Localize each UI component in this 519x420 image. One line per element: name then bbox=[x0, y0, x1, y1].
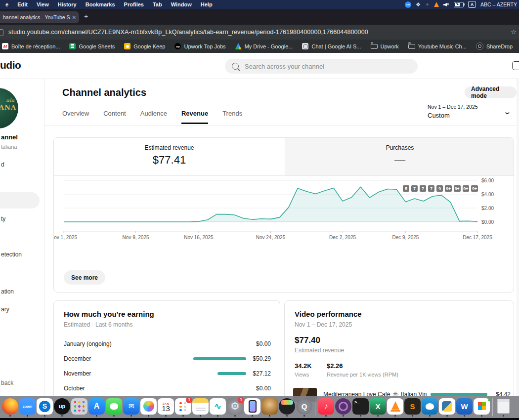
create-icon[interactable] bbox=[512, 61, 519, 70]
dock-zoom[interactable]: zoom bbox=[19, 397, 36, 417]
macos-dock: zoomupA✉JAN131∿⚙1Q♪>_XSW bbox=[0, 396, 519, 418]
sidebar-item-dashboard-fragment[interactable]: d bbox=[1, 161, 4, 168]
dock-firefox[interactable] bbox=[1, 397, 19, 417]
dock-iphone-mirroring[interactable] bbox=[244, 397, 261, 417]
bookmark-chat-google-ai-s[interactable]: Chat | Google AI S... bbox=[302, 43, 361, 49]
transaction-count-badge[interactable]: 9+ bbox=[471, 185, 478, 192]
dock-documents[interactable] bbox=[495, 397, 512, 417]
bookmark-sharedrop[interactable]: ShareDrop bbox=[476, 42, 513, 50]
metric-purchases[interactable]: Purchases — bbox=[285, 138, 514, 176]
dock-microsoft-365[interactable] bbox=[473, 397, 490, 417]
app-status-icon[interactable]: ✦ bbox=[425, 1, 430, 8]
sidebar-your-channel-fragment[interactable]: annel bbox=[1, 133, 18, 141]
dock-sublime[interactable]: S bbox=[404, 397, 421, 417]
dock-cyberduck[interactable] bbox=[421, 397, 438, 417]
zoom-status-icon[interactable]: zm bbox=[405, 1, 411, 8]
transaction-count-badge[interactable]: 9+ bbox=[445, 185, 452, 192]
sidebar-item-feedback-fragment[interactable]: back bbox=[1, 379, 13, 386]
bookmark-youtube-music-ch[interactable]: Youtube Music Ch... bbox=[408, 43, 467, 49]
running-indicator bbox=[429, 415, 431, 417]
transaction-count-badge[interactable]: 9+ bbox=[463, 185, 470, 192]
dock-reminders[interactable]: 1 bbox=[174, 397, 192, 417]
sidebar-item-monetization-fragment[interactable]: ation bbox=[1, 288, 14, 295]
dock-quicktime[interactable]: Q bbox=[296, 397, 313, 417]
transaction-count-badge[interactable]: 9 bbox=[436, 185, 443, 192]
dock-final-cut[interactable] bbox=[278, 397, 296, 417]
tab-overview[interactable]: Overview bbox=[62, 110, 89, 124]
input-source-icon[interactable]: A bbox=[468, 1, 476, 8]
tab-revenue[interactable]: Revenue bbox=[181, 110, 208, 124]
menu-item-tab[interactable]: Tab bbox=[148, 1, 167, 7]
dock-tor[interactable] bbox=[335, 397, 352, 417]
scrollbar-strip[interactable] bbox=[517, 79, 519, 420]
menu-item-view[interactable]: View bbox=[32, 1, 53, 7]
dock-word[interactable]: W bbox=[456, 397, 473, 417]
dock-excel[interactable]: X bbox=[369, 397, 387, 417]
sidebar-item-content-detection-fragment[interactable]: etection bbox=[1, 251, 22, 258]
vlc-status-icon[interactable] bbox=[434, 2, 439, 7]
dock-python[interactable] bbox=[438, 397, 456, 417]
bookmark-upwork-top-jobs[interactable]: Upwork Top Jobs bbox=[174, 43, 225, 49]
dock-freeform[interactable]: ∿ bbox=[209, 397, 226, 417]
search-input[interactable] bbox=[244, 62, 394, 71]
dock-settings[interactable]: ⚙1 bbox=[226, 397, 244, 417]
zoom-icon: zoom bbox=[19, 398, 36, 415]
bookmark-star-icon[interactable]: ☆ bbox=[511, 28, 517, 36]
chevron-down-icon[interactable]: ⌄ bbox=[503, 107, 512, 116]
transaction-count-badge[interactable]: 9+ bbox=[454, 185, 461, 192]
menu-item-e[interactable]: e bbox=[1, 1, 13, 7]
date-range-selector[interactable]: Nov 1 – Dec 17, 2025 Custom bbox=[428, 104, 478, 119]
running-indicator bbox=[286, 415, 288, 417]
url-field[interactable]: studio.youtube.com/channel/UCZ7LE9NXA-m1… bbox=[8, 25, 368, 40]
menu-item-bookmarks[interactable]: Bookmarks bbox=[81, 1, 120, 7]
dock-tunnelbear[interactable] bbox=[261, 397, 278, 417]
menu-item-window[interactable]: Window bbox=[167, 1, 196, 7]
bookmark-google-keep[interactable]: Google Keep bbox=[124, 43, 165, 49]
bookmark-upwork[interactable]: Upwork bbox=[371, 43, 399, 49]
dock-launchpad[interactable] bbox=[71, 397, 88, 417]
dock-photos[interactable] bbox=[140, 397, 157, 417]
dock-vlc[interactable] bbox=[387, 397, 404, 417]
tab-close-icon[interactable]: ✕ bbox=[70, 15, 76, 20]
browser-tab[interactable]: hannel analytics - YouTube S ✕ bbox=[0, 11, 79, 23]
tab-audience[interactable]: Audience bbox=[140, 110, 167, 124]
metric-estimated-revenue[interactable]: Estimated revenue $77.41 bbox=[54, 138, 285, 176]
sidebar-item-library-fragment[interactable]: ary bbox=[1, 306, 9, 313]
dock-skype[interactable] bbox=[36, 397, 53, 417]
advanced-mode-button[interactable]: Advanced mode bbox=[465, 86, 517, 98]
tab-content[interactable]: Content bbox=[103, 110, 126, 124]
bookmark-bo-te-de-r-ception[interactable]: Boîte de réception... bbox=[2, 43, 60, 49]
bookmark-my-drive-google[interactable]: My Drive - Google... bbox=[235, 43, 293, 49]
dock-calendar[interactable]: JAN13 bbox=[157, 397, 174, 417]
menu-item-edit[interactable]: Edit bbox=[13, 1, 32, 7]
browser-navbar: studio.youtube.com/channel/UCZ7LE9NXA-m1… bbox=[0, 25, 519, 40]
dock-notes[interactable] bbox=[192, 397, 209, 417]
bookmark-google-sheets[interactable]: Google Sheets bbox=[69, 43, 115, 49]
dock-messages[interactable] bbox=[105, 397, 123, 417]
dock-upwork[interactable]: up bbox=[53, 397, 71, 417]
channel-avatar[interactable]: ala ANA bbox=[0, 88, 18, 128]
channel-search[interactable] bbox=[225, 59, 418, 74]
dock-music[interactable]: ♪ bbox=[317, 397, 335, 417]
expand-status-icon[interactable]: ❖ bbox=[416, 1, 421, 8]
sidebar-item-community-fragment[interactable]: ty bbox=[1, 215, 5, 222]
transaction-count-badge[interactable]: 7 bbox=[428, 185, 434, 192]
transaction-count-badge[interactable]: 5 bbox=[403, 185, 409, 192]
transaction-count-badge[interactable]: 7 bbox=[411, 185, 418, 192]
battery-charging-status-icon[interactable]: ↯ bbox=[454, 2, 464, 7]
tab-trends[interactable]: Trends bbox=[222, 110, 242, 124]
menu-item-history[interactable]: History bbox=[53, 1, 81, 7]
new-tab-button[interactable]: + bbox=[84, 12, 88, 20]
studio-logo[interactable]: udio bbox=[0, 59, 21, 71]
menu-item-profiles[interactable]: Profiles bbox=[120, 1, 148, 7]
dock-terminal[interactable]: >_ bbox=[352, 397, 369, 417]
see-more-button[interactable]: See more bbox=[64, 270, 105, 285]
dock-mail[interactable]: ✉ bbox=[123, 397, 140, 417]
menu-item-help[interactable]: Help bbox=[196, 1, 217, 7]
sidebar-item-analytics-selected[interactable] bbox=[0, 192, 40, 209]
transaction-count-badge[interactable]: 7 bbox=[420, 185, 426, 192]
dock-app-store[interactable]: A bbox=[88, 397, 105, 417]
site-info-icon[interactable] bbox=[0, 29, 3, 36]
earnings-value: $50.29 bbox=[253, 355, 271, 362]
volume-muted-status-icon[interactable]: ✕ bbox=[443, 2, 449, 7]
